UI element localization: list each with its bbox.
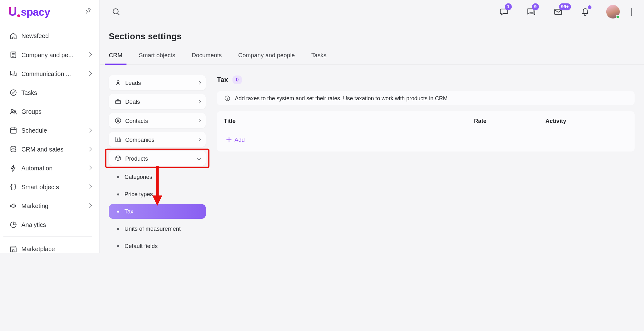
topbar: 1 9 99+	[100, 0, 644, 23]
bullet-icon	[117, 228, 119, 230]
tab-company-and-people[interactable]: Company and people	[234, 52, 299, 65]
tab-bar: CRM Smart objects Documents Company and …	[100, 52, 644, 65]
user-avatar[interactable]	[606, 5, 620, 19]
submenu-item-units-of-measurement[interactable]: Units of measurement	[109, 221, 206, 236]
chat-bubbles-icon	[9, 69, 18, 78]
chevron-right-icon	[87, 203, 92, 208]
bullet-icon	[117, 176, 119, 178]
sidebar-item-marketplace[interactable]: Marketplace	[0, 239, 99, 253]
bullet-icon	[117, 210, 119, 212]
building-icon	[9, 50, 18, 59]
notification-dot	[588, 5, 591, 9]
column-header-activity: Activity	[546, 118, 628, 124]
page-title: Sections settings	[109, 32, 635, 41]
sidebar-item-crm-and-sales[interactable]: CRM and sales	[0, 140, 99, 158]
add-tax-button[interactable]: Add	[223, 134, 248, 146]
box-icon	[114, 155, 121, 162]
sidebar-item-groups[interactable]: Groups	[0, 102, 99, 121]
sidebar-item-newsfeed[interactable]: Newsfeed	[0, 26, 99, 45]
table-header-row: Title Rate Activity	[217, 111, 635, 130]
tax-table: Title Rate Activity Add	[217, 111, 635, 152]
profile-menu-button[interactable]	[631, 8, 632, 15]
chats-button[interactable]: 9	[526, 6, 536, 17]
chevron-right-icon	[87, 71, 92, 76]
menu-item-deals[interactable]: Deals	[109, 94, 206, 109]
column-header-title: Title	[224, 118, 474, 124]
logo-dot-icon	[17, 14, 20, 17]
sidebar-item-analytics[interactable]: Analytics	[0, 215, 99, 234]
braces-icon	[9, 183, 18, 191]
menu-item-companies[interactable]: Companies	[109, 132, 206, 147]
tab-documents[interactable]: Documents	[187, 52, 226, 65]
products-submenu: Categories Price types Tax Units of meas…	[109, 169, 206, 253]
sidebar-item-communication[interactable]: Communication ...	[0, 64, 99, 83]
uspacy-logo[interactable]: U spacy	[8, 4, 50, 18]
topbar-actions: 1 9 99+	[499, 5, 632, 19]
bullet-icon	[117, 245, 119, 247]
home-icon	[9, 31, 18, 40]
plus-icon	[226, 137, 232, 142]
sidebar-item-marketing[interactable]: Marketing	[0, 196, 99, 215]
tab-tasks[interactable]: Tasks	[307, 52, 331, 65]
deal-icon	[114, 98, 121, 105]
chevron-down-icon	[197, 156, 201, 160]
sidebar-item-schedule[interactable]: Schedule	[0, 121, 99, 140]
sidebar-item-automation[interactable]: Automation	[0, 158, 99, 177]
search-button[interactable]	[111, 7, 121, 16]
column-header-rate: Rate	[474, 118, 545, 124]
contact-icon	[114, 117, 121, 124]
menu-item-products[interactable]: Products	[109, 151, 206, 166]
panel-header: Tax 0	[217, 75, 635, 84]
panel-title: Tax	[217, 76, 228, 84]
chevron-right-icon	[87, 185, 92, 189]
company-icon	[114, 136, 121, 143]
tax-count-badge: 0	[233, 75, 242, 84]
pin-icon[interactable]	[84, 7, 92, 16]
megaphone-icon	[9, 201, 18, 210]
chevron-down-icon	[631, 8, 632, 15]
table-add-row: Add	[217, 130, 635, 149]
info-banner: Add taxes to the system and set their ra…	[217, 91, 635, 105]
logo-letter: U	[8, 4, 17, 18]
chevron-right-icon	[87, 166, 92, 170]
bullet-icon	[117, 193, 119, 196]
people-icon	[9, 107, 18, 115]
person-icon	[114, 79, 121, 86]
chevron-right-icon	[197, 81, 201, 85]
check-circle-icon	[9, 88, 18, 97]
chevron-right-icon	[197, 119, 201, 123]
search-icon	[111, 7, 121, 16]
submenu-item-tax[interactable]: Tax	[109, 204, 206, 219]
comments-button[interactable]: 1	[499, 6, 509, 17]
chevron-right-icon	[87, 147, 92, 152]
tab-smart-objects[interactable]: Smart objects	[135, 52, 179, 65]
submenu-item-categories[interactable]: Categories	[109, 169, 206, 184]
sidebar-item-company-and-people[interactable]: Company and pe...	[0, 45, 99, 64]
menu-item-contacts[interactable]: Contacts	[109, 113, 206, 128]
chevron-right-icon	[197, 137, 201, 141]
notifications-button[interactable]	[580, 6, 591, 17]
coins-icon	[9, 145, 18, 153]
menu-item-leads[interactable]: Leads	[109, 75, 206, 90]
mail-badge: 99+	[559, 3, 571, 10]
info-text: Add taxes to the system and set their ra…	[235, 95, 447, 101]
chevron-right-icon	[87, 128, 92, 133]
info-icon	[224, 95, 231, 102]
sidebar: U spacy Newsfeed Company and pe... Commu…	[0, 0, 100, 253]
sidebar-header: U spacy	[0, 0, 99, 23]
sidebar-item-smart-objects[interactable]: Smart objects	[0, 177, 99, 196]
storefront-icon	[9, 245, 18, 253]
sidebar-nav: Newsfeed Company and pe... Communication…	[0, 23, 99, 253]
main-content: Sections settings CRM Smart objects Docu…	[100, 23, 644, 253]
sidebar-divider	[3, 236, 92, 237]
mail-button[interactable]: 99+	[553, 6, 564, 17]
tab-crm[interactable]: CRM	[105, 52, 126, 65]
lightning-icon	[9, 163, 18, 172]
comments-badge: 1	[505, 3, 512, 10]
sidebar-item-tasks[interactable]: Tasks	[0, 83, 99, 102]
online-status-dot	[616, 15, 620, 19]
submenu-item-default-fields[interactable]: Default fields	[109, 239, 206, 253]
submenu-item-price-types[interactable]: Price types	[109, 187, 206, 201]
app-window: U spacy Newsfeed Company and pe... Commu…	[0, 0, 644, 253]
crm-settings-menu: Leads Deals Contacts Companies	[109, 75, 206, 253]
